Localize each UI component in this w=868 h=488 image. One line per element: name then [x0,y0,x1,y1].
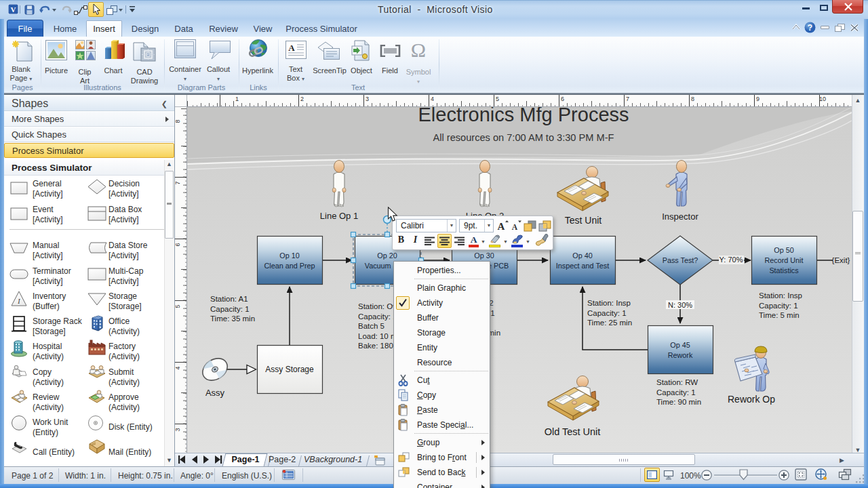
svg-text:Assy Storage: Assy Storage [265,365,314,374]
svg-text:Inspector: Inspector [662,211,698,222]
svg-text:Capacity: 1: Capacity: 1 [587,309,627,317]
svg-text:?: ? [808,23,812,33]
svg-text:Station: Insp: Station: Insp [587,299,631,307]
svg-text:Statistics: Statistics [769,266,799,274]
svg-text:Inspect and Test: Inspect and Test [556,262,609,270]
svg-text:Electronics Mfg Process: Electronics Mfg Process [418,107,629,125]
svg-text:Line Op 1: Line Op 1 [320,211,358,221]
svg-text:A: A [498,221,505,232]
svg-text:Rework: Rework [668,351,693,359]
svg-text:Op 50: Op 50 [774,246,793,254]
svg-text:Time: 25 min: Time: 25 min [587,319,632,327]
svg-text:Station: Insp: Station: Insp [759,291,802,300]
svg-text:Batch 5: Batch 5 [358,322,384,330]
svg-text:All resources on 7:00 AM to 3:: All resources on 7:00 AM to 3:30 PM M-F [433,132,614,143]
svg-text:Pass Test?: Pass Test? [663,256,698,264]
svg-text:Time: 35 min: Time: 35 min [210,314,255,323]
svg-text:{Exit}: {Exit} [832,256,850,264]
svg-text:I: I [17,298,20,305]
svg-text:V: V [11,5,16,14]
svg-text:Capacity: 1: Capacity: 1 [656,388,696,396]
svg-text:Op 45: Op 45 [670,341,690,349]
svg-text:Op 10: Op 10 [279,251,299,260]
svg-text:Op 20: Op 20 [377,251,397,260]
svg-text:A: A [288,43,295,53]
svg-text:Capacity: 1: Capacity: 1 [759,302,798,310]
svg-text:Rework Op: Rework Op [728,394,775,405]
svg-text:Clean and Prep: Clean and Prep [264,262,315,270]
svg-text:Time: 5 min: Time: 5 min [759,311,800,319]
svg-text:Station: RW: Station: RW [656,378,698,386]
svg-text:Y: 70%: Y: 70% [719,256,743,264]
svg-text:Station: A1: Station: A1 [210,295,248,303]
svg-text:A: A [512,223,518,231]
svg-text:Capacity: 1: Capacity: 1 [210,305,250,313]
svg-text:Old Test Unit: Old Test Unit [545,426,601,437]
svg-text:Test Unit: Test Unit [565,215,602,226]
svg-text:Assy: Assy [205,388,225,398]
svg-text:Capacity: 1: Capacity: 1 [358,312,397,321]
svg-text:Time: 90 min: Time: 90 min [656,398,701,406]
svg-text:Record Unit: Record Unit [764,256,803,264]
svg-text:Op 40: Op 40 [572,251,592,260]
svg-text:N: 30%: N: 30% [668,301,692,309]
svg-text:Ω: Ω [411,41,426,58]
svg-text:Op 30: Op 30 [474,251,494,260]
